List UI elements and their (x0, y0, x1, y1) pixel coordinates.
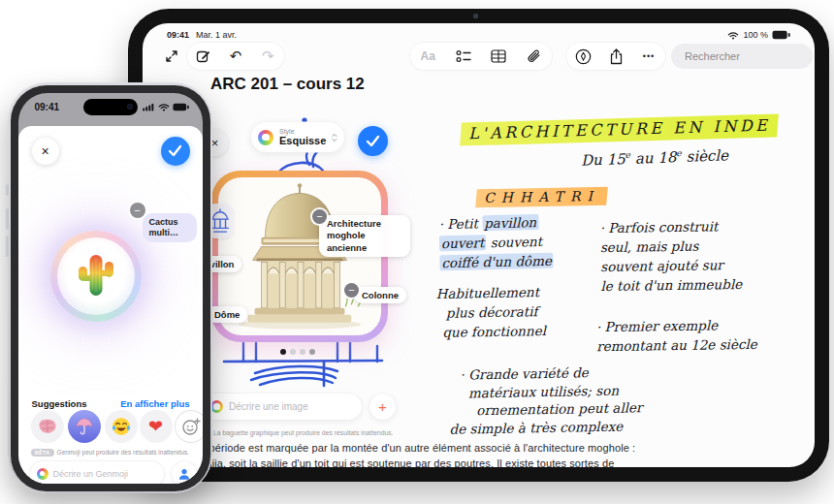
style-picker[interactable]: Style Esquisse (251, 122, 344, 152)
ipad-device: 09:41Mar. 1 avr. 100 % (128, 9, 829, 482)
page-dot-active[interactable] (280, 349, 286, 355)
genmoji-prompt-field[interactable] (30, 461, 164, 484)
image-prompt-input[interactable] (229, 401, 354, 412)
handwritten-col1b: Habituellement plus décoratif que foncti… (435, 282, 546, 342)
compose-icon[interactable] (191, 44, 216, 69)
style-value: Esquisse (279, 136, 326, 146)
brain-icon (37, 418, 58, 435)
checklist-icon[interactable] (451, 44, 476, 69)
redo-icon[interactable]: ↷ (255, 44, 280, 69)
genmoji-preview-bubble (50, 231, 142, 322)
table-icon[interactable] (486, 44, 511, 69)
emoji-brain[interactable] (31, 410, 64, 443)
wand-accept-button[interactable] (358, 126, 388, 156)
text-format-icon[interactable]: Aa (415, 44, 440, 69)
checkmark-icon (366, 135, 380, 147)
more-options-icon[interactable]: ••• (636, 44, 661, 69)
genmoji-app: 09:41 (18, 93, 203, 484)
chevron-up-down-icon (332, 132, 337, 143)
genmoji-sheet: × (18, 126, 203, 484)
volume-down-button (6, 236, 9, 257)
emoji-red-heart[interactable]: ❤ (140, 410, 173, 443)
ipad-camera (473, 14, 478, 18)
ipad-date: Mar. 1 avr. (196, 30, 237, 40)
beta-disclaimer: BÊTA Genmoji peut produire des résultats… (18, 449, 203, 457)
emoji-umbrella[interactable] (68, 410, 101, 443)
rainbow-cactus-genmoji (74, 248, 118, 300)
battery-icon (173, 103, 190, 111)
checkmark-icon (168, 144, 182, 157)
variation-page-dots[interactable] (280, 349, 315, 355)
remove-tag-icon[interactable]: − (312, 209, 327, 224)
wifi-icon (727, 31, 739, 40)
note-body-line: hhajja, soit la saillie d'un toit qui es… (194, 457, 614, 467)
add-smiley-icon (181, 417, 201, 436)
collapse-note-icon[interactable] (162, 47, 181, 66)
remove-tag-icon[interactable]: − (130, 203, 145, 218)
handwritten-col1a: · Petit pavillon ouvert souvent coiffé d… (438, 212, 554, 272)
image-prompt-field[interactable] (203, 394, 362, 420)
dynamic-island (83, 99, 138, 115)
person-picker-button[interactable] (172, 461, 197, 484)
format-toolbar-group: Aa (410, 43, 552, 70)
search-field[interactable] (671, 44, 813, 69)
handwritten-col2b: · Premier exemple remontant au 12e siècl… (596, 315, 757, 356)
concept-tag-dome[interactable]: Dôme (207, 306, 247, 323)
add-concept-button[interactable]: + (369, 394, 396, 420)
iphone-bezel: 09:41 (11, 85, 210, 491)
edit-toolbar-group: ↶ ↷ (187, 43, 284, 70)
concept-tag-architecture[interactable]: Architecture moghole ancienne (319, 215, 410, 257)
handwritten-col2a: · Parfois construit seul, mais plus souv… (599, 216, 742, 296)
battery-percent: 100 % (743, 30, 768, 40)
genmoji-prompt-tag[interactable]: Cactus multi… (143, 213, 197, 243)
iphone-clock: 09:41 (35, 102, 60, 112)
handwritten-subtitle: Du 15e au 18e siècle (581, 145, 729, 169)
ipad-statusbar-right: 100 % (727, 30, 791, 40)
emoji-laughing-tears[interactable] (105, 410, 138, 443)
screenshot-stage: 09:41Mar. 1 avr. 100 % (0, 0, 834, 504)
confirm-button[interactable] (161, 137, 190, 166)
new-genmoji-button[interactable] (175, 410, 203, 443)
concept-tag-column[interactable]: Colonne (354, 287, 406, 303)
beta-badge: BÊTA (31, 449, 54, 457)
genmoji-prompt-input[interactable] (53, 469, 157, 479)
page-dot[interactable] (309, 349, 315, 355)
page-dot[interactable] (290, 349, 296, 355)
front-camera (127, 104, 133, 110)
undo-icon[interactable]: ↶ (223, 44, 248, 69)
person-icon (177, 467, 191, 481)
umbrella-icon (75, 417, 94, 436)
cellular-signal-icon (143, 103, 155, 111)
remove-tag-icon[interactable]: − (344, 283, 359, 298)
battery-icon (772, 30, 791, 40)
note-body-line: te période est marquée par la montée d'u… (197, 442, 635, 454)
volume-up-button (6, 208, 9, 230)
attachment-icon[interactable] (522, 44, 547, 69)
suggestions-title: Suggestions (32, 398, 87, 409)
image-playground-icon (37, 468, 48, 480)
ipad-clock: 09:41 (167, 30, 189, 40)
handwritten-section-chhatri: CHHATRI (476, 187, 607, 207)
notes-app: 09:41Mar. 1 avr. 100 % (143, 23, 815, 467)
style-swatch-icon (258, 130, 273, 145)
style-label: Style (279, 128, 326, 135)
share-toolbar-group: ••• (566, 43, 665, 70)
laughing-face-icon (111, 416, 132, 437)
show-more-link[interactable]: En afficher plus (120, 398, 189, 409)
note-title: ARC 201 – cours 12 (210, 75, 365, 94)
wand-disclaimer: La baguette graphique peut produire des … (205, 429, 394, 436)
wifi-icon (158, 103, 170, 111)
search-input[interactable] (685, 50, 815, 62)
handwritten-bottom: · Grande variété de matériaux utilisés; … (448, 362, 643, 437)
handwritten-heading: L'ARCHITECTURE EN INDE (461, 113, 779, 145)
markup-icon[interactable] (570, 44, 595, 69)
iphone-device: 09:41 (8, 82, 212, 493)
close-button[interactable]: × (32, 138, 59, 165)
ipad-statusbar-left: 09:41Mar. 1 avr. (167, 30, 237, 40)
share-icon[interactable] (603, 44, 628, 69)
mute-switch (6, 184, 9, 196)
page-dot[interactable] (300, 349, 305, 355)
